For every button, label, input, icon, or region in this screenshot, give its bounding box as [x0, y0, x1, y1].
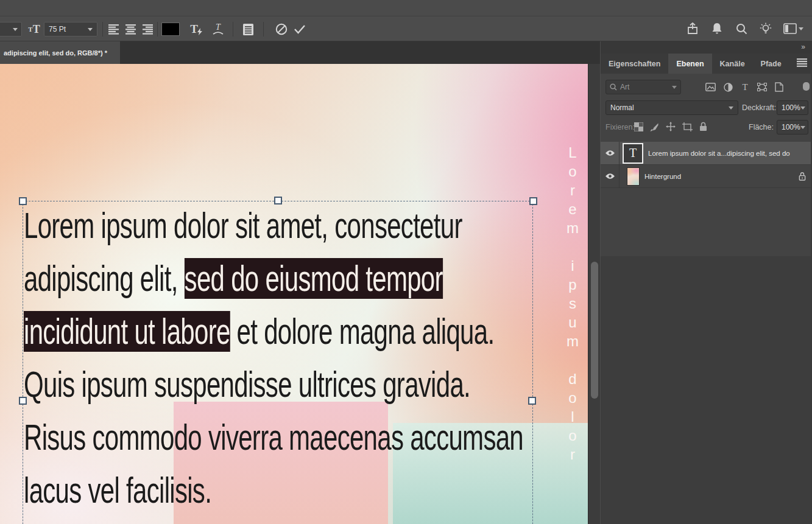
- commit-edit-icon[interactable]: [291, 21, 308, 38]
- toggle-panels-icon[interactable]: [239, 21, 257, 38]
- vertical-text-letter: i: [571, 256, 574, 275]
- cancel-edit-icon[interactable]: [273, 21, 290, 38]
- background-layer-thumbnail[interactable]: [627, 167, 640, 186]
- fill-select[interactable]: 100%: [777, 120, 808, 134]
- vertical-text-letter: d: [568, 369, 576, 388]
- chevron-down-icon: [672, 86, 677, 89]
- photoshop-window: TT 75 Pt T T: [0, 0, 812, 524]
- layer-row-text[interactable]: T Lorem ipsum dolor sit a...dipiscing el…: [601, 142, 812, 165]
- canvas-text-line[interactable]: adipiscing elit, sed do eiusmod tempor: [24, 252, 535, 305]
- lock-all-icon[interactable]: [699, 122, 707, 131]
- handle-middle-left[interactable]: [19, 397, 27, 405]
- handle-top-center[interactable]: [274, 197, 282, 204]
- eye-icon: [605, 173, 615, 180]
- scrollbar-thumb[interactable]: [591, 262, 598, 399]
- collapse-panels-icon[interactable]: »: [801, 43, 806, 51]
- canvas-text-line[interactable]: incididunt ut labore et dolore magna ali…: [24, 305, 535, 358]
- canvas-text-line[interactable]: Quis ipsum suspendisse ultrices gravida.: [24, 358, 535, 411]
- lock-artboard-icon[interactable]: [682, 122, 693, 131]
- layer-visibility-toggle[interactable]: [601, 165, 620, 188]
- lock-pixels-brush-icon[interactable]: [650, 122, 659, 131]
- filter-toggle-button[interactable]: [803, 82, 810, 91]
- vertical-text-letter: s: [569, 294, 576, 313]
- divider: [102, 22, 103, 37]
- font-style-dropdown[interactable]: [0, 22, 22, 37]
- warp-text-icon[interactable]: T: [210, 21, 227, 38]
- text-segment[interactable]: Risus commodo viverra maecenas accumsan: [24, 417, 523, 458]
- eye-icon: [605, 150, 615, 156]
- text-segment[interactable]: lacus vel facilisis.: [24, 470, 211, 511]
- filter-type-layers-icon[interactable]: T: [741, 83, 749, 91]
- share-icon[interactable]: [685, 19, 700, 38]
- canvas[interactable]: Lorem ipsum dolor sit amet, consectetura…: [0, 64, 588, 524]
- vertical-text-letter: m: [567, 218, 579, 237]
- filter-type-value: Art: [620, 83, 629, 91]
- blend-mode-value: Normal: [610, 103, 634, 112]
- search-icon[interactable]: [734, 19, 749, 38]
- panel-menu-icon[interactable]: [797, 58, 807, 67]
- filter-shape-layers-icon[interactable]: [757, 83, 767, 91]
- workspace-switcher-icon[interactable]: [783, 19, 803, 38]
- canvas-text-line[interactable]: lacus vel facilisis.: [24, 464, 535, 517]
- type-flash-icon[interactable]: T: [188, 21, 205, 38]
- align-left-button[interactable]: [106, 21, 122, 38]
- handle-top-left[interactable]: [19, 197, 27, 205]
- font-size-icon: TT: [27, 21, 41, 38]
- layers-panel-body: Art T Normal Deckkraft:: [601, 74, 812, 524]
- canvas-scrollbar[interactable]: [588, 64, 600, 524]
- canvas-text-block[interactable]: Lorem ipsum dolor sit amet, consectetura…: [24, 199, 535, 517]
- blend-mode-select[interactable]: Normal: [605, 100, 738, 115]
- font-size-dropdown[interactable]: 75 Pt: [44, 22, 97, 37]
- vertical-text-letter: r: [570, 181, 575, 200]
- discover-lightbulb-icon[interactable]: [758, 19, 773, 38]
- filter-adjustment-layers-icon[interactable]: [724, 83, 733, 92]
- selected-text-segment[interactable]: sed do eiusmod tempor: [185, 258, 443, 299]
- align-center-button[interactable]: [123, 21, 139, 38]
- layer-row-background[interactable]: Hintergrund: [601, 165, 812, 188]
- tab-pfade[interactable]: Pfade: [753, 54, 789, 74]
- selected-text-segment[interactable]: incididunt ut labore: [24, 311, 230, 352]
- text-segment[interactable]: et dolore magna aliqua.: [230, 311, 495, 352]
- fill-value: 100%: [782, 123, 800, 131]
- vertical-text-letter: o: [568, 426, 576, 445]
- canvas-text-line[interactable]: Lorem ipsum dolor sit amet, consectetur: [24, 199, 535, 252]
- opacity-label: Deckkraft:: [742, 103, 776, 112]
- svg-text:T: T: [216, 23, 221, 32]
- tab-kanaele[interactable]: Kanäle: [712, 54, 753, 74]
- text-color-swatch[interactable]: [161, 23, 180, 36]
- handle-middle-right[interactable]: [528, 397, 536, 405]
- lock-label: Fixieren:: [605, 123, 635, 131]
- align-right-button[interactable]: [140, 21, 156, 38]
- filter-pixel-layers-icon[interactable]: [705, 83, 716, 91]
- opacity-select[interactable]: 100%: [777, 100, 808, 115]
- font-size-value: 75 Pt: [49, 25, 66, 33]
- text-segment[interactable]: adipiscing elit,: [24, 258, 185, 299]
- handle-top-right[interactable]: [529, 197, 537, 205]
- vertical-text-letter: p: [568, 275, 576, 294]
- divider: [263, 22, 264, 37]
- vertical-text-letter: r: [570, 445, 575, 464]
- lock-transparency-icon[interactable]: [634, 122, 643, 131]
- tab-eigenschaften[interactable]: Eigenschaften: [601, 54, 668, 74]
- document-tab[interactable]: adipiscing elit, sed do, RGB/8*) *: [0, 41, 120, 64]
- layer-name[interactable]: Lorem ipsum dolor sit a...dipiscing elit…: [648, 150, 812, 157]
- lock-position-move-icon[interactable]: [666, 122, 676, 131]
- layers-list: T Lorem ipsum dolor sit a...dipiscing el…: [601, 142, 812, 524]
- layer-name[interactable]: Hintergrund: [644, 173, 799, 180]
- layer-visibility-toggle[interactable]: [601, 142, 620, 165]
- text-segment[interactable]: Lorem ipsum dolor sit amet, consectetur: [24, 205, 462, 246]
- notifications-bell-icon[interactable]: [710, 19, 724, 38]
- tab-ebenen[interactable]: Ebenen: [668, 54, 711, 74]
- filter-kind-icons: T: [705, 80, 783, 94]
- type-options-bar: TT 75 Pt T T: [0, 17, 812, 41]
- layer-filter-search[interactable]: Art: [605, 80, 681, 94]
- chevron-down-icon: [729, 107, 733, 110]
- text-layer-thumbnail[interactable]: T: [623, 143, 643, 164]
- filter-smart-objects-icon[interactable]: [775, 82, 783, 92]
- vertical-text-layer[interactable]: Lorem ipsum dolor: [564, 143, 581, 464]
- chevron-down-icon: [800, 126, 805, 129]
- opacity-value: 100%: [782, 103, 800, 112]
- text-segment[interactable]: Quis ipsum suspendisse ultrices gravida.: [24, 364, 470, 405]
- chevron-down-icon: [799, 27, 803, 30]
- canvas-text-line[interactable]: Risus commodo viverra maecenas accumsan: [24, 411, 535, 464]
